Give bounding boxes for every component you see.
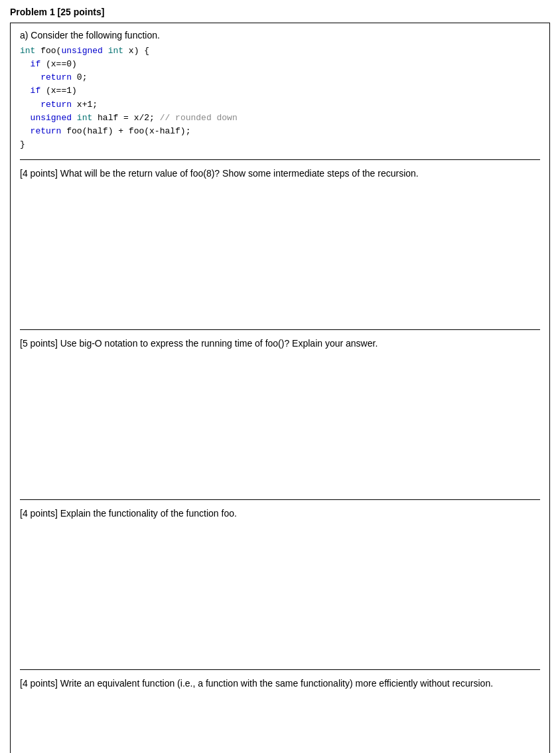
question-section-3: [4 points] Explain the functionality of … [20, 499, 540, 664]
question-text-1: [4 points] What will be the return value… [20, 167, 540, 181]
code-unsigned: unsigned [61, 46, 102, 56]
question-text-2: [5 points] Use big-O notation to express… [20, 337, 540, 351]
code-unsigned2: unsigned [31, 113, 72, 123]
code-int-param: int [108, 46, 123, 56]
code-return-type: int [20, 46, 35, 56]
answer-space-1 [20, 185, 540, 317]
question-section-1: [4 points] What will be the return value… [20, 159, 540, 324]
answer-space-2 [20, 355, 540, 487]
problem-box: a) Consider the following function. int … [10, 23, 550, 753]
question-text-3: [4 points] Explain the functionality of … [20, 507, 540, 521]
code-return3: return [31, 126, 62, 136]
answer-space-3 [20, 525, 540, 657]
question-text-4: [4 points] Write an equivalent function … [20, 677, 540, 691]
question-section-4: [4 points] Write an equivalent function … [20, 669, 540, 753]
part-a-label: a) Consider the following function. [20, 30, 540, 41]
problem-header: Problem 1 [25 points] [10, 7, 550, 17]
code-block: int foo(unsigned int x) { if (x==0) retu… [20, 44, 540, 151]
code-int2: int [77, 113, 92, 123]
code-if2: if [31, 86, 41, 96]
code-if1: if [31, 59, 41, 69]
code-return2: return [40, 100, 72, 110]
question-section-2: [5 points] Use big-O notation to express… [20, 329, 540, 494]
answer-space-4 [20, 695, 540, 753]
code-return1: return [40, 72, 72, 82]
code-comment: // rounded down [160, 113, 238, 123]
